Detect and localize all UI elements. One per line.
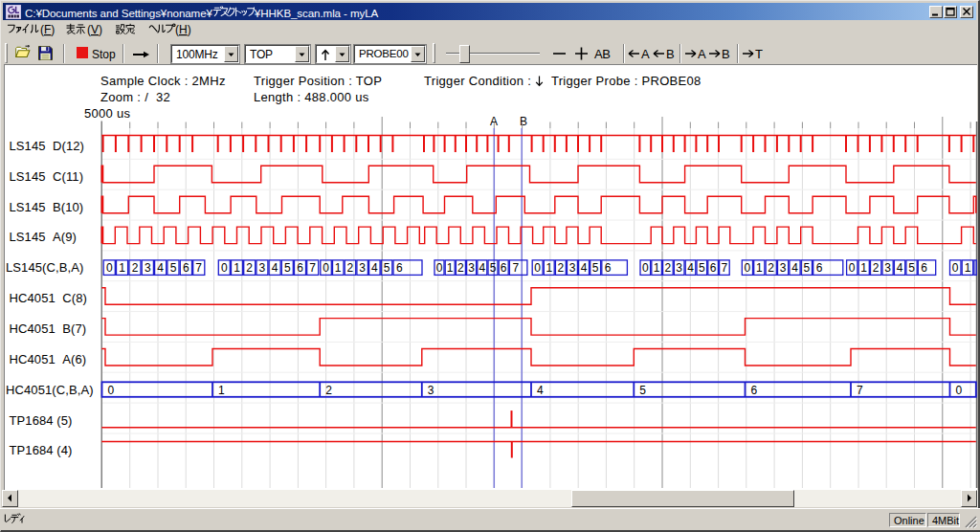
svg-text:0: 0 <box>106 261 113 275</box>
svg-text:0: 0 <box>642 261 649 275</box>
svg-text:7: 7 <box>857 384 863 397</box>
svg-text:2: 2 <box>132 261 139 275</box>
svg-text:3: 3 <box>145 261 151 275</box>
svg-text:3: 3 <box>259 261 266 275</box>
svg-text:5: 5 <box>908 261 915 275</box>
svg-text:6: 6 <box>921 261 927 275</box>
svg-text:4: 4 <box>479 261 485 275</box>
svg-text:4: 4 <box>687 261 694 275</box>
svg-text:6: 6 <box>816 261 823 275</box>
svg-text:1: 1 <box>756 261 763 275</box>
svg-text:1: 1 <box>965 261 971 275</box>
svg-text:4: 4 <box>371 261 378 275</box>
svg-text:5: 5 <box>592 261 599 275</box>
svg-text:3: 3 <box>359 261 366 275</box>
svg-text:1: 1 <box>546 261 552 275</box>
svg-text:6: 6 <box>710 261 717 275</box>
svg-text:0: 0 <box>849 261 856 275</box>
svg-text:5: 5 <box>699 261 705 275</box>
svg-text:0: 0 <box>436 261 443 275</box>
svg-text:0: 0 <box>745 261 751 275</box>
svg-text:0: 0 <box>221 261 228 275</box>
svg-text:2: 2 <box>558 261 565 275</box>
svg-text:5: 5 <box>170 261 177 275</box>
svg-text:5: 5 <box>490 261 497 275</box>
svg-text:2: 2 <box>325 384 332 397</box>
svg-text:6: 6 <box>605 261 612 275</box>
svg-text:1: 1 <box>860 261 867 275</box>
svg-text:4: 4 <box>272 261 278 275</box>
svg-text:2: 2 <box>665 261 672 275</box>
svg-text:0: 0 <box>323 261 329 275</box>
svg-text:5: 5 <box>284 261 291 275</box>
svg-text:3: 3 <box>569 261 576 275</box>
svg-text:0: 0 <box>952 261 959 275</box>
svg-text:4: 4 <box>157 261 164 275</box>
svg-text:7: 7 <box>512 261 519 275</box>
svg-text:7: 7 <box>195 261 202 275</box>
svg-text:5: 5 <box>384 261 390 275</box>
svg-text:2: 2 <box>768 261 774 275</box>
svg-text:5: 5 <box>804 261 811 275</box>
svg-text:0: 0 <box>534 261 541 275</box>
svg-text:2: 2 <box>347 261 354 275</box>
svg-text:1: 1 <box>335 261 342 275</box>
svg-text:6: 6 <box>183 261 189 275</box>
svg-text:7: 7 <box>722 261 728 275</box>
svg-text:3: 3 <box>780 261 787 275</box>
svg-text:2: 2 <box>457 261 464 275</box>
svg-text:6: 6 <box>501 261 507 275</box>
svg-text:0: 0 <box>108 384 115 397</box>
svg-text:3: 3 <box>428 384 434 397</box>
svg-text:3: 3 <box>468 261 475 275</box>
svg-text:1: 1 <box>218 384 225 397</box>
svg-text:2: 2 <box>246 261 253 275</box>
svg-text:5: 5 <box>639 384 646 397</box>
svg-text:3: 3 <box>884 261 891 275</box>
svg-text:0: 0 <box>956 384 963 397</box>
svg-text:1: 1 <box>654 261 660 275</box>
svg-text:4: 4 <box>897 261 903 275</box>
svg-text:4: 4 <box>791 261 798 275</box>
svg-text:6: 6 <box>396 261 403 275</box>
svg-text:6: 6 <box>751 384 758 397</box>
svg-text:1: 1 <box>447 261 454 275</box>
svg-text:2: 2 <box>873 261 880 275</box>
svg-text:7: 7 <box>309 261 316 275</box>
svg-text:1: 1 <box>119 261 125 275</box>
svg-text:1: 1 <box>234 261 240 275</box>
svg-text:6: 6 <box>297 261 303 275</box>
svg-text:4: 4 <box>581 261 588 275</box>
svg-text:4: 4 <box>537 384 544 397</box>
svg-text:3: 3 <box>676 261 682 275</box>
